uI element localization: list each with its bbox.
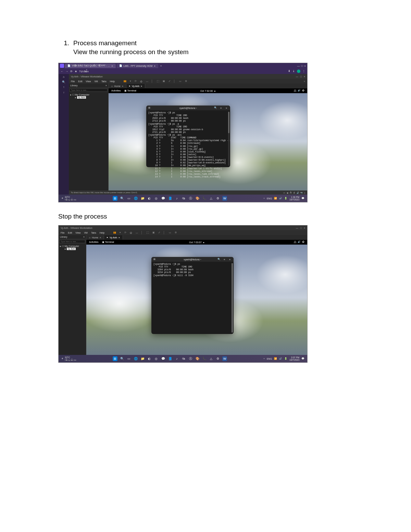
tree-child[interactable]: ▸ Vy Anh bbox=[75, 96, 107, 99]
tree-child[interactable]: ▸ Vy Anh bbox=[65, 248, 85, 250]
explorer-icon[interactable]: 📁 bbox=[140, 196, 145, 201]
window-minimize-button[interactable]: — bbox=[297, 64, 300, 67]
sidebar-down-icon[interactable]: ↓ bbox=[63, 91, 64, 94]
terminal-scrollbar[interactable] bbox=[228, 112, 229, 166]
terminal-menu-icon[interactable]: ≡ bbox=[219, 107, 223, 109]
copilot-icon[interactable]: ◐ bbox=[147, 356, 152, 361]
tab-close-icon[interactable]: × bbox=[111, 64, 113, 67]
toolbar-icon[interactable]: ▭ bbox=[179, 80, 182, 83]
terminal-output[interactable]: [vyanh@fedora ~]$ ps PID TTY TIME CMD 32… bbox=[151, 262, 234, 279]
dropdown-icon[interactable]: ▾ bbox=[120, 231, 121, 234]
power-icon[interactable]: ⏻ bbox=[130, 232, 132, 234]
status-device-icon[interactable]: 📷 bbox=[300, 191, 303, 194]
toolbar-icon[interactable]: ⚙ bbox=[185, 80, 187, 83]
notification-icon[interactable]: 💬 bbox=[301, 197, 304, 200]
menu-vm[interactable]: VM bbox=[94, 80, 98, 83]
terminal-indicator[interactable]: ▣ Terminal bbox=[124, 89, 136, 92]
menu-help[interactable]: Help bbox=[100, 232, 104, 234]
gnome-clock[interactable]: Oct 7 02:30 ● bbox=[200, 90, 215, 92]
taskbar-search-icon[interactable]: 🔍 bbox=[120, 196, 124, 201]
stretch-icon[interactable]: ⤢ bbox=[169, 80, 171, 83]
tray-wifi-icon[interactable]: 📶 bbox=[274, 357, 277, 360]
library-search-input[interactable]: Type here to sea… bbox=[59, 240, 85, 243]
tree-root[interactable]: ▸ ☐ My Computer bbox=[70, 94, 107, 96]
terminal-search-icon[interactable]: 🔍 bbox=[214, 107, 217, 109]
browser-tab-1[interactable]: 📄 VIỆN ĐÀO TẠO QUỐC TẾ FPT - … × bbox=[65, 64, 116, 68]
task-view-icon[interactable]: ▭ bbox=[126, 356, 131, 361]
chrome-icon[interactable]: ◎ bbox=[154, 356, 159, 361]
taskbar-weather[interactable]: ☀ 33°C Nắng rải rác bbox=[61, 196, 76, 201]
pause-icon[interactable]: ▮▮ bbox=[124, 80, 126, 83]
overflow-icon[interactable]: » bbox=[304, 80, 305, 83]
taskbar-weather[interactable]: ☀ 33°C Nắng rải rác bbox=[61, 356, 76, 361]
extension-icon[interactable]: ⬇ bbox=[288, 70, 290, 73]
browser-tab-2[interactable]: 📄 LMS - FPT University HCM × bbox=[116, 64, 158, 68]
edge-icon[interactable]: 🌐 bbox=[133, 356, 138, 361]
terminal-newtab-icon[interactable]: ⊞ bbox=[148, 107, 150, 109]
power-icon[interactable]: ⏻ bbox=[140, 80, 142, 83]
menu-help[interactable]: Help bbox=[110, 80, 115, 83]
tree-root[interactable]: ▸ ☐ My Computer bbox=[60, 245, 85, 248]
status-volume-icon[interactable]: 🔊 bbox=[298, 240, 301, 244]
tray-volume-icon[interactable]: 🔊 bbox=[279, 357, 282, 360]
sidebar-home-icon[interactable]: ⌂ bbox=[63, 75, 65, 78]
toolbar-icon[interactable]: — bbox=[136, 232, 138, 234]
new-tab-button[interactable]: + bbox=[159, 64, 163, 67]
status-device-icon[interactable]: 🔊 bbox=[297, 191, 299, 194]
status-device-icon[interactable]: 🖨 bbox=[293, 191, 295, 194]
menu-vm[interactable]: VM bbox=[84, 232, 88, 234]
messenger-icon[interactable]: 💬 bbox=[161, 356, 165, 361]
library-search-input[interactable]: Type here to sea… bbox=[70, 88, 108, 92]
status-network-icon[interactable]: 品 bbox=[294, 89, 296, 92]
bookmark-icon[interactable]: ★ bbox=[75, 70, 77, 73]
tray-lang[interactable]: ENG bbox=[267, 197, 272, 200]
pause-icon[interactable]: ▮▮ bbox=[113, 231, 116, 234]
status-device-icon[interactable]: ▭ bbox=[283, 191, 285, 194]
app-icon[interactable]: △ bbox=[209, 196, 213, 201]
library-close-button[interactable]: × bbox=[83, 236, 85, 238]
toolbar-icon[interactable]: ▭ bbox=[169, 231, 171, 234]
vmware-minimize-button[interactable]: — bbox=[296, 227, 298, 229]
address-text[interactable]: Từ điển bbox=[79, 70, 89, 73]
store-icon[interactable]: 🛍 bbox=[181, 356, 186, 361]
terminal-search-icon[interactable]: 🔍 bbox=[217, 258, 221, 261]
word-icon[interactable]: W bbox=[222, 356, 227, 361]
status-network-icon[interactable]: 品 bbox=[294, 240, 296, 244]
menu-tabs[interactable]: Tabs bbox=[91, 232, 96, 234]
status-device-icon[interactable]: ▯ bbox=[304, 191, 305, 194]
app-icon[interactable]: 📞 bbox=[202, 356, 207, 361]
snapshot-icon[interactable]: ⟳ bbox=[135, 80, 137, 83]
toolbar-icon[interactable]: ⚙ bbox=[175, 231, 177, 234]
tray-battery-icon[interactable]: 🔋 bbox=[284, 357, 287, 360]
edge-icon[interactable]: 🌐 bbox=[133, 196, 138, 201]
app-icon[interactable]: Ⓐ bbox=[188, 196, 193, 201]
status-device-icon[interactable]: 🖧 bbox=[290, 191, 292, 194]
word-icon[interactable]: W bbox=[222, 196, 227, 201]
start-button[interactable]: ⊞ bbox=[113, 196, 117, 201]
terminal-menu-icon[interactable]: ≡ bbox=[223, 258, 226, 261]
menu-edit[interactable]: Edit bbox=[68, 232, 72, 234]
settings-icon[interactable]: ⚙ bbox=[215, 356, 220, 361]
terminal-close-icon[interactable]: × bbox=[225, 107, 228, 109]
vm-tab-home[interactable]: ⌂ Home × bbox=[86, 236, 104, 239]
nav-back-button[interactable]: ← bbox=[61, 70, 63, 73]
terminal-window[interactable]: ⊞ vyanh@fedora:~ 🔍 ≡ × [vyanh@fedora ~]$… bbox=[151, 257, 234, 334]
terminal-close-icon[interactable]: × bbox=[228, 258, 232, 261]
facebook-icon[interactable]: 📘 bbox=[167, 196, 172, 201]
activities-button[interactable]: Activities bbox=[111, 89, 121, 92]
avatar-icon[interactable] bbox=[297, 70, 300, 73]
extension-icon[interactable]: ⤓ bbox=[292, 70, 295, 73]
app-icon[interactable]: Ⓐ bbox=[188, 356, 193, 361]
taskbar-search-icon[interactable]: 🔍 bbox=[120, 356, 124, 361]
tiktok-icon[interactable]: ♪ bbox=[174, 356, 179, 361]
unity-icon[interactable]: ▣ bbox=[152, 231, 155, 234]
menu-file[interactable]: File bbox=[71, 80, 75, 83]
explorer-icon[interactable]: 📁 bbox=[140, 356, 145, 361]
chrome-icon[interactable]: ◎ bbox=[154, 196, 159, 201]
menu-view[interactable]: View bbox=[75, 232, 80, 234]
vmware-maximize-button[interactable]: □ bbox=[300, 227, 302, 229]
window-close-button[interactable]: × bbox=[304, 64, 306, 67]
taskbar-clock[interactable]: 2:07 PM 10/7/2023 bbox=[289, 356, 299, 361]
vmware-maximize-button[interactable]: □ bbox=[300, 75, 302, 78]
taskbar-clock[interactable]: 1:30 PM 10/7/2023 bbox=[289, 196, 299, 201]
